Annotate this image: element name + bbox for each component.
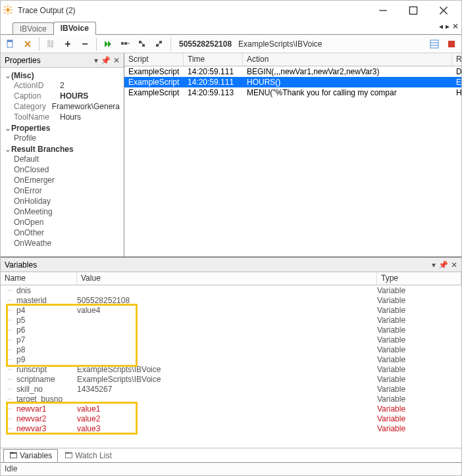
toolbar-sep	[170, 37, 171, 51]
minimize-button[interactable]	[368, 1, 398, 20]
step-into-icon[interactable]	[135, 37, 149, 51]
variable-row[interactable]: target_busnoVariable	[1, 394, 461, 404]
stop-button[interactable]	[444, 37, 459, 51]
variable-row[interactable]: p7Variable	[1, 335, 461, 345]
variables-rows[interactable]: dnisVariablemasterid505528252108Variable…	[1, 285, 461, 448]
trace-id: 505528252108	[179, 39, 232, 49]
variable-row[interactable]: p5Variable	[1, 315, 461, 325]
variable-row[interactable]: runscriptExampleScripts\IBVoiceVariable	[1, 364, 461, 374]
prop-row[interactable]: ActionID2	[5, 80, 120, 91]
variable-row[interactable]: p9Variable	[1, 354, 461, 364]
branch-item[interactable]: OnEmerger	[5, 175, 120, 185]
trace-rows[interactable]: ExampleScript14:20:59.111BEGIN(,,,newVar…	[124, 66, 462, 98]
var-type: Variable	[377, 296, 461, 305]
prop-row[interactable]: ToolNameHours	[5, 112, 120, 122]
trace-path: ExampleScripts\IBVoice	[238, 39, 322, 49]
variable-row[interactable]: newvar1value1Variable	[1, 404, 461, 414]
col-action[interactable]: Action	[243, 53, 452, 66]
properties-header: Properties ▾ 📌 ✕	[1, 53, 124, 68]
branch-item[interactable]: OnWeathe	[5, 238, 120, 249]
panel-close-icon[interactable]: ✕	[451, 260, 457, 270]
panel-menu-icon[interactable]: ▾	[432, 260, 436, 270]
trace-row[interactable]: ExampleScript14:20:59.113MENU("%Thank yo…	[124, 87, 462, 98]
branch-item[interactable]: OnError	[5, 185, 120, 196]
col-script[interactable]: Script	[124, 53, 184, 66]
variables-panel: Variables ▾ 📌 ✕ Name Value Type dnisVari…	[1, 257, 461, 462]
variable-row[interactable]: p6Variable	[1, 325, 461, 335]
branch-item[interactable]: Default	[5, 154, 120, 164]
tabstrip-next-icon[interactable]: ▸	[446, 22, 449, 31]
trace-row[interactable]: ExampleScript14:20:59.111HOURS()Error	[124, 77, 462, 87]
variables-tab-icon: 🗔	[9, 451, 17, 460]
close-button[interactable]	[428, 1, 459, 20]
variables-title: Variables	[5, 260, 37, 270]
step-over-icon[interactable]	[118, 37, 132, 51]
prop-item[interactable]: Profile	[5, 133, 120, 143]
col-time[interactable]: Time	[184, 53, 243, 66]
branch-item[interactable]: OnClosed	[5, 164, 120, 175]
prop-val: Framework\Genera	[52, 101, 120, 112]
col-name[interactable]: Name	[1, 272, 77, 285]
property-grid[interactable]: ⌄(Misc) ActionID2CaptionHOURSCategoryFra…	[1, 68, 124, 250]
col-result[interactable]: Result	[452, 53, 462, 66]
tab-ibvoice-1[interactable]: IBVoice	[13, 22, 54, 34]
branch-item[interactable]: OnMeeting	[5, 206, 120, 217]
new-dropdown-button[interactable]	[3, 37, 18, 51]
trace-row[interactable]: ExampleScript14:20:59.111BEGIN(,,,newVar…	[124, 66, 462, 77]
variable-row[interactable]: scriptnameExampleScripts\IBVoiceVariable	[1, 374, 461, 384]
variable-row[interactable]: skill_no14345267Variable	[1, 384, 461, 394]
var-name: scriptname	[1, 375, 77, 384]
panel-pin-icon[interactable]: 📌	[101, 56, 111, 65]
tabstrip-prev-icon[interactable]: ◂	[439, 22, 443, 31]
variable-row[interactable]: p4value4Variable	[1, 305, 461, 315]
remove-button[interactable]: −	[78, 37, 92, 51]
prop-row[interactable]: CategoryFramework\Genera	[5, 101, 120, 112]
link-icon[interactable]: ⛓	[43, 37, 58, 51]
variable-row[interactable]: newvar3value3Variable	[1, 423, 461, 433]
trace-grid-panel: Script Time Action Result ExampleScript1…	[124, 53, 462, 256]
col-value[interactable]: Value	[77, 272, 377, 285]
section-result-branches[interactable]: ⌄Result Branches	[5, 145, 120, 154]
properties-title: Properties	[5, 56, 41, 65]
var-name: p7	[1, 335, 77, 345]
variable-row[interactable]: masterid505528252108Variable	[1, 295, 461, 305]
bottom-tabs: 🗔 Variables 🗔 Watch List	[1, 448, 461, 462]
var-name: dnis	[1, 286, 77, 295]
step-out-icon[interactable]	[152, 37, 167, 51]
prop-key: Category	[14, 101, 52, 112]
section-misc[interactable]: ⌄(Misc)	[5, 71, 120, 80]
col-type[interactable]: Type	[377, 272, 461, 285]
variable-row[interactable]: newvar2value2Variable	[1, 414, 461, 423]
var-type: Variable	[377, 365, 461, 374]
run-button[interactable]	[101, 37, 115, 51]
variables-column-headers: Name Value Type	[1, 272, 461, 285]
panel-pin-icon[interactable]: 📌	[438, 260, 448, 270]
prop-val: HOURS	[60, 91, 88, 101]
branch-item[interactable]: OnOpen	[5, 217, 120, 227]
tab-variables[interactable]: 🗔 Variables	[3, 449, 58, 462]
tabstrip-close-icon[interactable]: ✕	[452, 22, 459, 31]
var-type: Variable	[377, 316, 461, 325]
section-properties[interactable]: ⌄Properties	[5, 124, 120, 133]
tools-dropdown-button[interactable]	[20, 37, 35, 51]
prop-key: ToolName	[14, 112, 60, 122]
var-type: Variable	[377, 286, 461, 295]
prop-row[interactable]: CaptionHOURS	[5, 91, 120, 101]
tab-ibvoice-2[interactable]: IBVoice	[53, 22, 96, 35]
variable-row[interactable]: p8Variable	[1, 345, 461, 354]
maximize-button[interactable]	[398, 1, 428, 20]
add-button[interactable]: +	[61, 37, 75, 51]
tab-watch-list[interactable]: 🗔 Watch List	[59, 450, 117, 462]
panel-menu-icon[interactable]: ▾	[94, 56, 98, 65]
var-name: newvar3	[1, 424, 77, 433]
var-name: skill_no	[1, 385, 77, 394]
var-name: p9	[1, 355, 77, 364]
svg-rect-24	[448, 41, 455, 47]
branch-item[interactable]: OnHoliday	[5, 196, 120, 206]
branch-item[interactable]: OnOther	[5, 227, 120, 238]
variable-row[interactable]: dnisVariable	[1, 285, 461, 295]
var-value: value4	[77, 306, 377, 315]
panel-close-icon[interactable]: ✕	[113, 56, 120, 65]
status-bar: Idle	[1, 462, 461, 475]
grid-icon[interactable]	[427, 37, 442, 51]
